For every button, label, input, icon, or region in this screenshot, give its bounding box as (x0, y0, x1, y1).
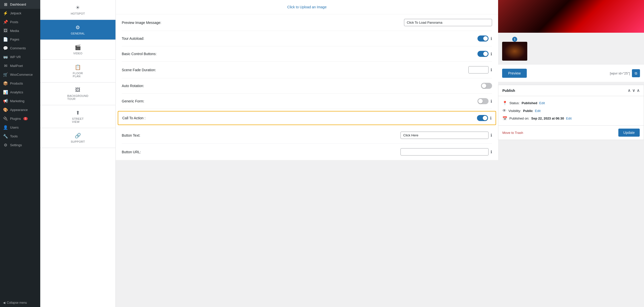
sidebar-item-settings[interactable]: ⚙ Settings (0, 141, 40, 149)
nav-support[interactable]: 🔗 SUPPORT (40, 128, 115, 148)
background-tour-nav-label: BACKGROUNDTOUR (67, 94, 89, 100)
published-date: Sep 22, 2023 at 06:30 (531, 117, 564, 120)
publish-visibility-row: 👁 Visibility: Public Edit (502, 107, 640, 114)
scene-fade-duration-label: Scene Fade Duration: (122, 68, 156, 72)
copy-shortcode-button[interactable]: ⧉ (632, 69, 640, 77)
sidebar-item-wpvr[interactable]: 🥽 WP VR (0, 53, 40, 61)
users-icon: 👤 (3, 125, 8, 130)
publish-box: Publish ∧ ∨ ∧ 📍 Status: Published Edit 👁 (498, 85, 644, 140)
auto-rotation-toggle[interactable] (481, 83, 492, 89)
comments-icon: 💬 (3, 46, 8, 51)
sidebar-item-label: MailPoet (10, 64, 23, 68)
generic-form-toggle-wrap: ℹ (477, 98, 492, 104)
preview-image-message-label: Preview Image Message: (122, 21, 161, 25)
support-nav-icon: 🔗 (75, 133, 81, 139)
sidebar-item-label: Products (10, 82, 23, 85)
mailpoet-icon: ✉ (3, 63, 8, 68)
visibility-value: Public (523, 109, 533, 113)
basic-control-buttons-toggle-wrap: ℹ (477, 51, 492, 57)
sidebar-item-plugins[interactable]: 🔌 Plugins 5 (0, 114, 40, 123)
nav-background-tour[interactable]: 🖼 BACKGROUNDTOUR (40, 83, 115, 105)
sidebar-item-label: Comments (10, 46, 26, 50)
scene-fade-duration-controls: ℹ (468, 66, 492, 73)
button-url-input[interactable] (400, 148, 489, 156)
sidebar-item-mailpoet[interactable]: ✉ MailPoet (0, 61, 40, 70)
basic-control-buttons-toggle[interactable] (477, 51, 489, 57)
sidebar-item-jetpack[interactable]: ⚡ Jetpack (0, 9, 40, 18)
sidebar-item-label: WooCommerce (10, 73, 33, 76)
call-to-action-row: Call To Action : ℹ (118, 111, 496, 125)
nav-floor-plan[interactable]: 📋 FLOORPLAN (40, 60, 115, 83)
button-url-info-icon[interactable]: ℹ (491, 149, 492, 154)
call-to-action-toggle-wrap: ℹ (477, 115, 492, 121)
tour-autoload-info-icon[interactable]: ℹ (491, 36, 492, 41)
preview-image-message-input[interactable] (404, 19, 492, 26)
publish-body: 📍 Status: Published Edit 👁 Visibility: P… (498, 96, 644, 125)
call-to-action-toggle[interactable] (477, 115, 488, 121)
status-edit-link[interactable]: Edit (539, 101, 545, 105)
nav-street-view[interactable]: ⬆ STREETVIEW (40, 105, 115, 128)
upload-bar[interactable]: Click to Upload an Image (116, 0, 498, 14)
move-to-trash-link[interactable]: Move to Trash (502, 131, 523, 135)
tour-autoload-toggle[interactable] (477, 35, 489, 42)
sidebar-item-comments[interactable]: 💬 Comments (0, 44, 40, 53)
generic-form-toggle[interactable] (477, 98, 489, 104)
general-nav-icon: ⚙ (75, 24, 80, 30)
floor-plan-nav-label: FLOORPLAN (73, 72, 83, 78)
thumbnail-badge: 1 (512, 37, 517, 42)
preview-button[interactable]: Preview (502, 69, 527, 78)
pages-icon: 📄 (3, 37, 8, 42)
published-edit-link[interactable]: Edit (566, 117, 572, 120)
sidebar-item-pages[interactable]: 📄 Pages (0, 35, 40, 44)
street-view-nav-label: STREETVIEW (72, 117, 84, 123)
publish-date-row: 📅 Published on: Sep 22, 2023 at 06:30 Ed… (502, 114, 640, 122)
appearance-icon: 🎨 (3, 107, 8, 112)
hotspot-nav-label: HOTSPOT (71, 12, 85, 15)
sidebar-item-posts[interactable]: 📌 Posts (0, 18, 40, 26)
tour-autoload-toggle-wrap: ℹ (477, 35, 492, 42)
visibility-label: Visibility: (508, 109, 521, 113)
button-text-row: Button Text: ℹ (122, 127, 492, 144)
visibility-edit-link[interactable]: Edit (535, 109, 540, 113)
sidebar-item-woocommerce[interactable]: 🛒 WooCommerce (0, 70, 40, 79)
nav-video[interactable]: 🎬 VIDEO (40, 40, 115, 60)
scene-fade-duration-info-icon[interactable]: ℹ (491, 67, 492, 72)
sidebar-item-appearance[interactable]: 🎨 Appearance (0, 105, 40, 114)
update-button[interactable]: Update (618, 129, 640, 137)
sidebar-item-marketing[interactable]: 📢 Marketing (0, 97, 40, 105)
sidebar-item-users[interactable]: 👤 Users (0, 123, 40, 132)
call-to-action-info-icon[interactable]: ℹ (490, 116, 492, 121)
basic-control-buttons-label: Basic Control Buttons: (122, 52, 157, 56)
sidebar-item-label: Analytics (10, 90, 23, 94)
auto-rotation-row: Auto Rotation: (122, 78, 492, 94)
sidebar-item-label: Appearance (10, 108, 28, 112)
shortcode-wrap: [wpvr id="25"] ⧉ (610, 69, 640, 77)
nav-general[interactable]: ⚙ GENERAL (40, 20, 115, 40)
sidebar-item-dashboard[interactable]: ⊞ Dashboard (0, 0, 40, 9)
tour-autoload-row: Tour Autoload: ℹ (122, 31, 492, 46)
shortcode-text: [wpvr id="25"] (610, 71, 630, 75)
basic-control-buttons-info-icon[interactable]: ℹ (491, 52, 492, 56)
sidebar-item-media[interactable]: 🖼 Media (0, 26, 40, 35)
dashboard-icon: ⊞ (3, 2, 8, 7)
scene-fade-duration-input[interactable] (468, 66, 489, 73)
sidebar-item-tools[interactable]: 🔧 Tools (0, 132, 40, 141)
sidebar-item-analytics[interactable]: 📊 Analytics (0, 88, 40, 97)
collapse-down-icon[interactable]: ∨ (632, 88, 635, 93)
sidebar-item-products[interactable]: 📦 Products (0, 79, 40, 88)
collapse-up-icon[interactable]: ∧ (628, 88, 631, 93)
generic-form-info-icon[interactable]: ℹ (491, 99, 492, 104)
button-text-info-icon[interactable]: ℹ (491, 133, 492, 138)
button-text-input[interactable] (400, 132, 489, 139)
general-nav-label: GENERAL (71, 32, 85, 35)
button-url-row: Button URL: ℹ (122, 144, 492, 160)
collapse-close-icon[interactable]: ∧ (637, 88, 640, 93)
support-nav-label: SUPPORT (71, 140, 85, 143)
nav-hotspot[interactable]: ☀ HOTSPOT (40, 0, 115, 20)
hotspot-nav-icon: ☀ (75, 5, 80, 11)
settings-section: Preview Image Message: Tour Autoload: ℹ … (116, 14, 498, 160)
settings-icon: ⚙ (3, 143, 8, 147)
collapse-menu-button[interactable]: ◀ Collapse menu (0, 298, 40, 307)
calendar-icon: 📅 (502, 116, 507, 121)
sidebar: ⊞ Dashboard ⚡ Jetpack 📌 Posts 🖼 Media 📄 … (0, 0, 40, 307)
